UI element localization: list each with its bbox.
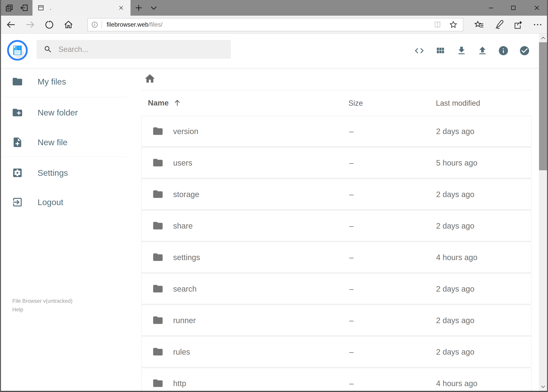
browser-window: . [0, 0, 548, 392]
sidebar-item-new-file[interactable]: New file [0, 131, 129, 154]
column-header-size[interactable]: Size [348, 99, 363, 107]
web-note-pen-icon [494, 19, 504, 30]
file-size: – [349, 285, 354, 293]
tab-preview-button[interactable] [2, 0, 16, 16]
table-row[interactable]: share – 2 days ago [141, 210, 531, 241]
refresh-button[interactable] [43, 18, 55, 31]
tab-favicon-page-icon [38, 5, 44, 11]
more-options-button[interactable] [531, 18, 544, 31]
sidebar-item-my-files[interactable]: My files [0, 70, 129, 93]
version-link[interactable]: File Browser v(untracked) [12, 297, 73, 305]
favorites-hub-icon [474, 19, 485, 30]
file-last-modified: 2 days ago [436, 316, 474, 325]
home-icon [144, 73, 156, 84]
search-box[interactable] [37, 40, 231, 59]
file-name: users [173, 159, 192, 167]
new-tab-button[interactable] [132, 0, 146, 16]
sidebar-item-label: Logout [38, 197, 63, 207]
file-size: – [349, 127, 354, 136]
scroll-up-button[interactable] [539, 34, 547, 42]
file-name: runner [173, 316, 196, 325]
favorite-star-icon[interactable] [449, 20, 458, 29]
file-size: – [349, 190, 354, 199]
column-header-last-modified[interactable]: Last modified [436, 99, 480, 107]
set-tabs-aside-button[interactable] [17, 0, 31, 16]
file-name: settings [173, 253, 200, 262]
select-multiple-button[interactable] [519, 45, 531, 57]
sidebar-item-settings[interactable]: Settings [0, 162, 129, 184]
file-name: rules [173, 348, 190, 356]
browser-tab[interactable]: . [33, 0, 131, 16]
table-row[interactable]: search – 2 days ago [141, 273, 531, 304]
table-row[interactable]: http – 4 hours ago [141, 368, 531, 392]
folder-icon [152, 220, 164, 231]
home-button[interactable] [62, 18, 75, 31]
download-icon [456, 45, 467, 56]
sidebar-divider [1, 97, 128, 97]
file-name: storage [173, 190, 199, 199]
sidebar-item-label: My files [38, 77, 66, 86]
download-button[interactable] [456, 45, 468, 57]
tab-close-button[interactable] [117, 4, 125, 12]
reading-view-icon[interactable] [433, 20, 442, 29]
folder-icon [12, 76, 23, 87]
table-row[interactable]: rules – 2 days ago [141, 336, 531, 367]
upload-button[interactable] [476, 45, 489, 57]
sidebar-item-logout[interactable]: Logout [0, 191, 129, 213]
breadcrumb-home-button[interactable] [144, 73, 156, 85]
sidebar-item-new-folder[interactable]: New folder [0, 101, 129, 124]
sidebar: My files New folder New file Settings [0, 68, 129, 391]
switch-view-button[interactable] [413, 45, 425, 57]
scroll-down-button[interactable] [539, 382, 547, 391]
search-input[interactable] [37, 40, 231, 59]
filebrowser-logo[interactable] [7, 40, 28, 61]
breadcrumb [141, 68, 531, 91]
refresh-icon [44, 19, 55, 30]
tab-preview-icon [5, 3, 14, 12]
scrollbar-thumb[interactable] [539, 42, 547, 170]
page-scrollbar[interactable] [539, 34, 547, 391]
folder-icon [152, 189, 164, 200]
address-bar[interactable]: filebrowser.web/files/ [87, 18, 463, 31]
share-button[interactable] [512, 18, 524, 31]
web-note-button[interactable] [493, 18, 505, 31]
folder-icon [152, 126, 164, 137]
share-icon [513, 19, 523, 30]
help-link[interactable]: Help [12, 305, 73, 314]
info-button[interactable] [497, 45, 509, 57]
info-icon [498, 45, 509, 56]
logout-icon [12, 196, 23, 208]
page-info-button[interactable] [88, 21, 102, 28]
more-icon [532, 19, 543, 30]
table-row[interactable]: users – 5 hours ago [141, 147, 531, 178]
back-button[interactable] [5, 18, 17, 31]
window-close-button[interactable] [528, 0, 545, 16]
window-maximize-button[interactable] [505, 0, 522, 16]
floppy-disk-logo-icon [7, 40, 28, 61]
file-list: version – 2 days ago users – 5 hours ago… [141, 116, 531, 392]
file-last-modified: 2 days ago [436, 127, 474, 136]
table-row[interactable]: version – 2 days ago [141, 116, 531, 147]
chevron-down-icon [540, 383, 547, 390]
forward-button[interactable] [24, 18, 36, 31]
table-row[interactable]: settings – 4 hours ago [141, 242, 531, 273]
table-row[interactable]: runner – 2 days ago [141, 305, 531, 336]
sort-ascending-arrow-icon [173, 99, 181, 107]
file-name: http [173, 379, 186, 388]
listing-header: Name Size Last modified [141, 91, 531, 116]
window-minimize-button[interactable] [482, 0, 500, 16]
favorites-hub-button[interactable] [473, 18, 486, 31]
folder-icon [152, 157, 164, 168]
table-row[interactable]: storage – 2 days ago [141, 179, 531, 210]
minimize-icon [487, 4, 495, 12]
set-tabs-aside-icon [20, 3, 29, 12]
maximize-icon [510, 4, 517, 12]
column-header-name[interactable]: Name [148, 99, 181, 107]
url-text[interactable]: filebrowser.web/files/ [107, 21, 433, 28]
mosaic-view-button[interactable] [434, 45, 446, 57]
file-size: – [349, 253, 354, 262]
sidebar-item-label: New file [38, 138, 68, 147]
chevron-up-icon [540, 35, 547, 41]
tab-list-dropdown-button[interactable] [147, 0, 161, 16]
back-icon [6, 19, 16, 30]
